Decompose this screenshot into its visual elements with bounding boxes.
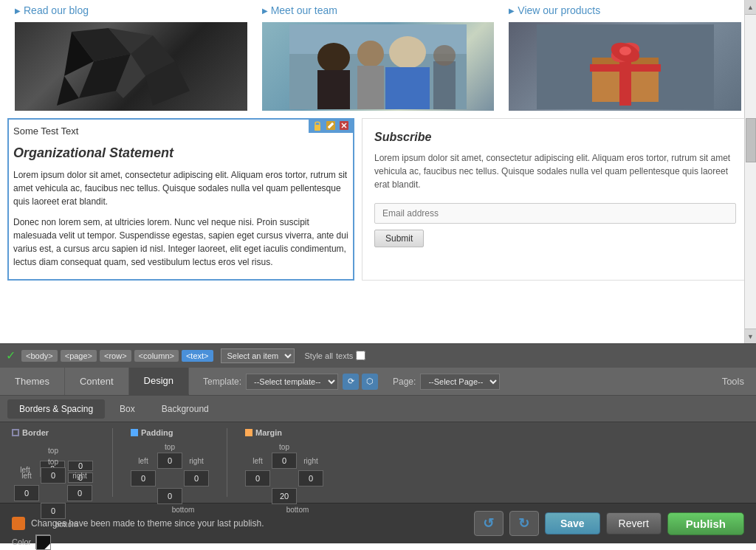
breadcrumb-column[interactable]: <column> xyxy=(134,350,179,362)
margin-right-val[interactable] xyxy=(298,470,323,487)
padding-title: Padding xyxy=(131,428,209,437)
selected-text[interactable]: Some Test Text xyxy=(13,123,348,137)
lock-icon[interactable] xyxy=(312,120,323,131)
border-label: Border xyxy=(22,428,49,437)
padding-control-group: Padding top left right xyxy=(131,428,209,514)
design-controls: Border top left top left right xyxy=(0,422,756,503)
subtab-borders-spacing[interactable]: Borders & Spacing xyxy=(7,399,105,419)
action-buttons: ↺ ↻ Save Revert Publish xyxy=(474,511,744,536)
select-item-dropdown[interactable]: Select an item xyxy=(221,348,295,363)
padding-top-val[interactable] xyxy=(157,453,182,469)
selected-text-block[interactable]: Some Test Text Organizational Statement … xyxy=(7,118,354,281)
org-statement: Organizational Statement Lorem ipsum dol… xyxy=(13,145,348,269)
template-select[interactable]: --Select template-- xyxy=(246,374,338,390)
tools-button[interactable]: Tools xyxy=(710,368,756,395)
svg-rect-22 xyxy=(590,64,661,72)
style-label-text: Style all xyxy=(305,351,334,360)
team-title-text: Meet our team xyxy=(271,4,337,16)
org-statement-para2: Donec non lorem sem, at ultricies lorem.… xyxy=(13,216,348,269)
changes-notice: Changes have been made to theme since yo… xyxy=(12,517,467,530)
tab-themes[interactable]: Themes xyxy=(0,368,65,395)
svg-marker-7 xyxy=(57,76,79,106)
redo-button[interactable]: ↻ xyxy=(509,511,539,536)
b-top-lbl: top xyxy=(41,458,66,466)
tab-divider xyxy=(192,368,193,395)
page-select[interactable]: --Select Page-- xyxy=(420,374,500,390)
color-swatch[interactable] xyxy=(35,534,50,549)
padding-bottom-val[interactable] xyxy=(157,488,182,504)
color-label: Color xyxy=(12,537,31,546)
subscribe-title: Subscribe xyxy=(374,131,736,144)
svg-rect-13 xyxy=(385,67,430,109)
svg-point-25 xyxy=(619,47,631,55)
style-all-label: Style all texts xyxy=(305,351,366,360)
svg-point-10 xyxy=(317,43,350,72)
breadcrumb-page[interactable]: <page> xyxy=(61,350,97,362)
b-left-lbl: left xyxy=(14,472,39,480)
border-color-row: Color xyxy=(12,534,94,549)
notice-text: Changes have been made to theme since yo… xyxy=(31,518,264,529)
style-all-checkbox[interactable] xyxy=(356,351,365,360)
publish-button[interactable]: Publish xyxy=(667,512,744,535)
padding-left-val[interactable] xyxy=(131,470,156,487)
products-image xyxy=(509,22,741,111)
template-icons: ⟳ ⬡ xyxy=(343,374,378,390)
svg-rect-26 xyxy=(315,125,320,131)
breadcrumb-body[interactable]: <body> xyxy=(21,350,58,362)
p-top-lbl: top xyxy=(157,443,182,451)
b-right-lbl: right xyxy=(67,472,92,480)
edit-icon[interactable] xyxy=(325,120,337,131)
border-top-val[interactable] xyxy=(41,467,66,484)
products-title-text: View our products xyxy=(518,4,600,16)
border-left-val[interactable] xyxy=(14,485,39,501)
breadcrumb-row[interactable]: <row> xyxy=(100,350,131,362)
border-title: Border xyxy=(12,428,94,437)
team-title[interactable]: Meet our team xyxy=(262,4,495,16)
border-icon xyxy=(12,429,19,436)
team-column: Meet our team xyxy=(255,4,502,111)
email-input[interactable] xyxy=(374,203,736,224)
subtab-box[interactable]: Box xyxy=(108,399,147,419)
page-section: Page: --Select Page-- xyxy=(385,368,507,395)
scrollbar[interactable]: ▲ ▼ xyxy=(744,0,756,343)
padding-right-val[interactable] xyxy=(184,470,209,487)
subtab-background[interactable]: Background xyxy=(150,399,221,419)
margin-control-group: Margin top left right xyxy=(245,428,323,514)
border-control-group: Border top left top left right xyxy=(12,428,94,550)
template-icon-2[interactable]: ⬡ xyxy=(362,374,378,390)
org-statement-para1: Lorem ipsum dolor sit amet, consectetur … xyxy=(13,168,348,208)
divider-1 xyxy=(112,428,113,497)
border-right-val[interactable] xyxy=(67,485,92,501)
scrollbar-thumb[interactable] xyxy=(746,118,756,162)
margin-left-val[interactable] xyxy=(245,470,270,487)
tab-design[interactable]: Design xyxy=(129,368,189,395)
margin-top-val[interactable] xyxy=(272,453,297,469)
template-icon-1[interactable]: ⟳ xyxy=(343,374,359,390)
tab-content[interactable]: Content xyxy=(65,368,129,395)
subscribe-para: Lorem ipsum dolor sit amet, consectetur … xyxy=(374,151,736,191)
breadcrumb-text[interactable]: <text> xyxy=(182,350,213,362)
margin-bottom-val[interactable] xyxy=(272,488,297,504)
products-title[interactable]: View our products xyxy=(509,4,741,16)
undo-button[interactable]: ↺ xyxy=(474,511,504,536)
m-left-lbl: left xyxy=(245,457,270,465)
design-subtabs: Borders & Spacing Box Background xyxy=(0,395,756,422)
svg-point-12 xyxy=(389,36,426,69)
subscribe-box: Subscribe Lorem ipsum dolor sit amet, co… xyxy=(362,118,749,281)
template-section: Template: --Select template-- ⟳ ⬡ xyxy=(196,368,385,395)
svg-point-14 xyxy=(357,41,384,67)
delete-icon[interactable] xyxy=(338,120,350,131)
p-left-lbl: left xyxy=(131,457,156,465)
border-top-label: top xyxy=(40,441,66,459)
save-button[interactable]: Save xyxy=(545,512,600,534)
divider-2 xyxy=(227,428,227,497)
m-bottom-lbl: bottom xyxy=(285,506,310,514)
team-image xyxy=(262,22,495,111)
svg-rect-11 xyxy=(317,70,350,109)
blog-column: Read our blog xyxy=(7,4,255,111)
p-bottom-lbl: bottom xyxy=(171,506,196,514)
submit-button[interactable]: Submit xyxy=(374,230,424,247)
margin-icon xyxy=(245,429,252,436)
revert-button[interactable]: Revert xyxy=(606,512,662,534)
blog-title[interactable]: Read our blog xyxy=(15,4,247,16)
